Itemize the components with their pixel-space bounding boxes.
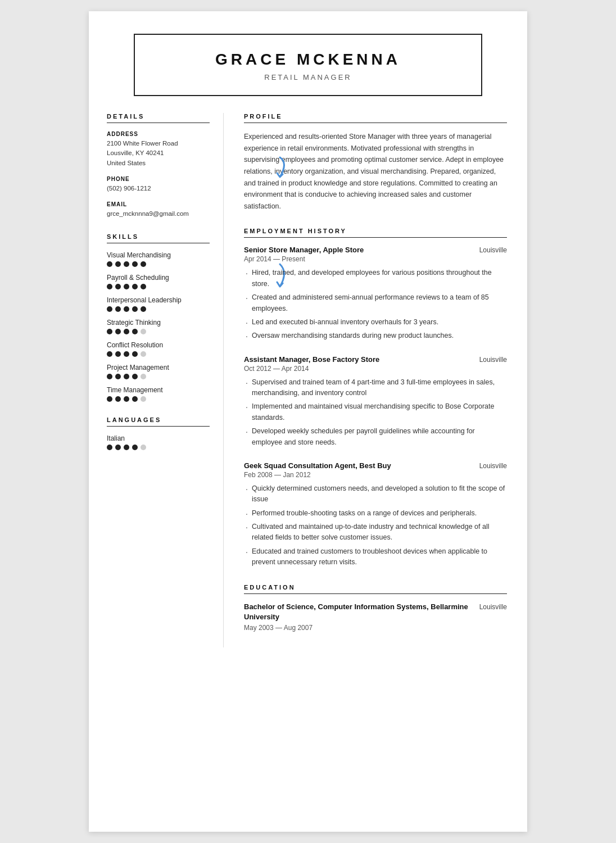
skill-item: Strategic Thinking: [107, 319, 210, 334]
skill-dots: [107, 374, 210, 379]
languages-list: Italian: [107, 434, 210, 450]
job-bullets: Quickly determined customers needs, and …: [244, 483, 507, 568]
job-entry: Senior Store Manager, Apple StoreLouisvi…: [244, 246, 507, 341]
job-dates: Feb 2008 — Jan 2012: [244, 471, 507, 479]
education-list: Bachelor of Science, Computer Informatio…: [244, 602, 507, 632]
email-label: EMAIL: [107, 201, 210, 207]
phone-value: (502) 906-1212: [107, 184, 210, 193]
address-line2: Lousville, KY 40241: [107, 148, 210, 158]
dot-filled: [107, 374, 112, 379]
dot-filled: [115, 329, 121, 334]
jobs-list: Senior Store Manager, Apple StoreLouisvi…: [244, 246, 507, 568]
dot-filled: [132, 396, 138, 402]
skill-item: Project Management: [107, 364, 210, 379]
dot-filled: [107, 284, 112, 289]
job-bullets: Supervised and trained team of 4 part-ti…: [244, 377, 507, 448]
job-location: Louisville: [479, 462, 507, 470]
dot-filled: [124, 261, 129, 267]
job-bullet: Quickly determined customers needs, and …: [244, 483, 507, 505]
phone-group: PHONE (502) 906-1212: [107, 176, 210, 193]
dot-filled: [124, 351, 129, 357]
skill-item: Visual Merchandising: [107, 251, 210, 267]
dot-filled: [124, 374, 129, 379]
dot-filled: [107, 396, 112, 402]
job-bullet: Supervised and trained team of 4 part-ti…: [244, 377, 507, 399]
dot-filled: [107, 445, 112, 450]
job-entry: Assistant Manager, Bose Factory StoreLou…: [244, 355, 507, 448]
skill-item: Interpersonal Leadership: [107, 296, 210, 312]
right-column: PROFILE Experienced and results-oriented…: [224, 113, 527, 647]
dot-filled: [124, 306, 129, 312]
dot-empty: [141, 445, 146, 450]
skills-list: Visual MerchandisingPayroll & Scheduling…: [107, 251, 210, 402]
dot-filled: [124, 396, 129, 402]
job-bullet: Cultivated and maintained up-to-date ind…: [244, 522, 507, 543]
dot-filled: [132, 329, 138, 334]
education-label: EDUCATION: [244, 584, 507, 594]
details-label: DETAILS: [107, 113, 210, 123]
education-section: EDUCATION Bachelor of Science, Computer …: [244, 584, 507, 632]
skill-name: Time Management: [107, 386, 210, 394]
skill-dots: [107, 306, 210, 312]
header-box: GRACE MCKENNA RETAIL MANAGER: [134, 34, 482, 96]
candidate-title: RETAIL MANAGER: [157, 73, 459, 81]
employment-section: EMPLOYMENT HISTORY Senior Store Manager,…: [244, 228, 507, 568]
language-item: Italian: [107, 434, 210, 450]
job-location: Louisville: [479, 356, 507, 364]
employment-label: EMPLOYMENT HISTORY: [244, 228, 507, 238]
dot-filled: [107, 351, 112, 357]
dot-filled: [132, 351, 138, 357]
dot-filled: [141, 284, 146, 289]
job-dates: Apr 2014 — Present: [244, 255, 507, 263]
skill-item: Payroll & Scheduling: [107, 274, 210, 289]
dot-filled: [115, 374, 121, 379]
phone-label: PHONE: [107, 176, 210, 182]
left-column: DETAILS ADDRESS 2100 White Flower Road L…: [89, 113, 224, 647]
skill-item: Conflict Resolution: [107, 341, 210, 357]
details-section: DETAILS ADDRESS 2100 White Flower Road L…: [107, 113, 210, 219]
dot-filled: [124, 284, 129, 289]
job-bullet: Educated and trained customers to troubl…: [244, 546, 507, 568]
dot-filled: [115, 306, 121, 312]
languages-section: LANGUAGES Italian: [107, 416, 210, 450]
edu-degree: Bachelor of Science, Computer Informatio…: [244, 602, 479, 622]
job-bullet: Led and executed bi-annual inventory ove…: [244, 317, 507, 328]
profile-label: PROFILE: [244, 113, 507, 123]
address-line1: 2100 White Flower Road: [107, 139, 210, 148]
skill-item: Time Management: [107, 386, 210, 402]
edu-header: Bachelor of Science, Computer Informatio…: [244, 602, 507, 622]
job-title: Geek Squad Consultation Agent, Best Buy: [244, 461, 391, 470]
edu-location: Louisville: [479, 603, 507, 611]
dot-filled: [141, 306, 146, 312]
dot-filled: [132, 374, 138, 379]
skill-name: Payroll & Scheduling: [107, 274, 210, 282]
skill-name: Strategic Thinking: [107, 319, 210, 327]
dot-filled: [115, 396, 121, 402]
dot-filled: [107, 306, 112, 312]
skill-dots: [107, 284, 210, 289]
job-bullet: Developed weekly schedules per payroll g…: [244, 426, 507, 448]
dot-filled: [124, 445, 129, 450]
language-dots: [107, 445, 210, 450]
email-value: grce_mcknnna9@gmail.com: [107, 209, 210, 219]
dot-filled: [132, 284, 138, 289]
education-entry: Bachelor of Science, Computer Informatio…: [244, 602, 507, 632]
dot-filled: [107, 329, 112, 334]
address-label: ADDRESS: [107, 131, 210, 137]
job-bullet: Performed trouble-shooting tasks on a ra…: [244, 508, 507, 519]
dot-filled: [115, 284, 121, 289]
skills-section: SKILLS Visual MerchandisingPayroll & Sch…: [107, 233, 210, 402]
candidate-name: GRACE MCKENNA: [157, 51, 459, 69]
languages-label: LANGUAGES: [107, 416, 210, 427]
address-line3: United States: [107, 158, 210, 168]
job-header: Assistant Manager, Bose Factory StoreLou…: [244, 355, 507, 364]
skill-name: Conflict Resolution: [107, 341, 210, 349]
skills-label: SKILLS: [107, 233, 210, 243]
dot-filled: [132, 445, 138, 450]
job-dates: Oct 2012 — Apr 2014: [244, 365, 507, 373]
dot-empty: [141, 396, 146, 402]
skill-dots: [107, 396, 210, 402]
job-header: Senior Store Manager, Apple StoreLouisvi…: [244, 246, 507, 254]
language-name: Italian: [107, 434, 210, 442]
dot-filled: [132, 306, 138, 312]
